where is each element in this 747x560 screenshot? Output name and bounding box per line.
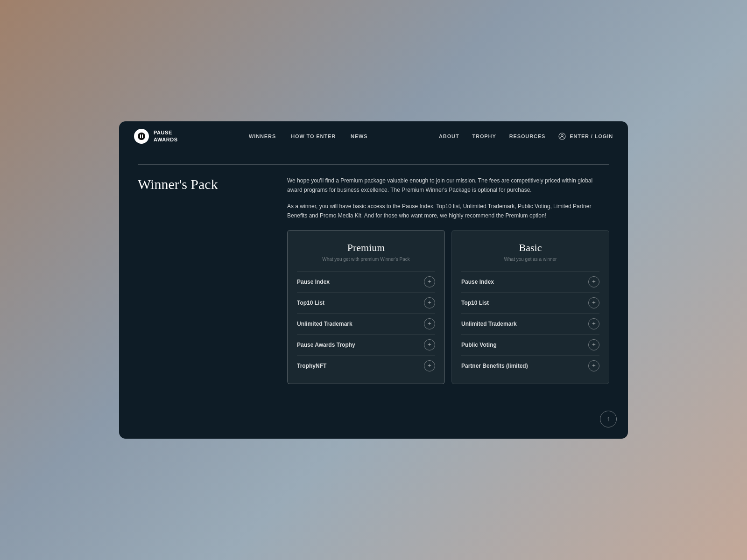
description-1: We hope you'll find a Premium package va…	[287, 176, 609, 195]
basic-top10-expand[interactable]: +	[588, 297, 599, 308]
main-grid: Winner's Pack We hope you'll find a Prem…	[138, 176, 609, 384]
basic-item-partner-benefits: Partner Benefits (limited) +	[461, 355, 599, 376]
basic-item-top10: Top10 List +	[461, 292, 599, 313]
premium-card-title: Premium	[297, 242, 435, 254]
nav-trophy[interactable]: TROPHY	[472, 133, 496, 139]
premium-top10-expand[interactable]: +	[424, 297, 435, 308]
premium-item-trophy: Pause Awards Trophy +	[297, 334, 435, 355]
basic-card-subtitle: What you get as a winner	[461, 257, 599, 262]
navbar: PAUSEAWARDS WINNERS HOW TO ENTER NEWS AB…	[119, 121, 628, 151]
nav-center: WINNERS HOW TO ENTER NEWS	[249, 133, 368, 139]
page-content: Winner's Pack We hope you'll find a Prem…	[119, 151, 628, 439]
premium-item-trademark: Unlimited Trademark +	[297, 313, 435, 334]
arrow-up-icon: ↑	[607, 415, 610, 423]
basic-public-voting-expand[interactable]: +	[588, 339, 599, 350]
logo-area: PAUSEAWARDS	[134, 129, 178, 144]
basic-trademark-expand[interactable]: +	[588, 318, 599, 329]
nav-how-to-enter[interactable]: HOW TO ENTER	[291, 133, 336, 139]
nav-about[interactable]: ABOUT	[439, 133, 459, 139]
basic-pause-index-expand[interactable]: +	[588, 276, 599, 287]
svg-rect-1	[140, 134, 141, 138]
basic-item-trademark: Unlimited Trademark +	[461, 313, 599, 334]
page-title: Winner's Pack	[138, 176, 268, 193]
premium-item-trophynft: TrophyNFT +	[297, 355, 435, 376]
logo-text: PAUSEAWARDS	[154, 129, 178, 143]
nav-winners[interactable]: WINNERS	[249, 133, 276, 139]
title-column: Winner's Pack	[138, 176, 268, 384]
right-column: We hope you'll find a Premium package va…	[287, 176, 609, 384]
basic-partner-benefits-expand[interactable]: +	[588, 360, 599, 371]
premium-card-subtitle: What you get with premium Winner's Pack	[297, 257, 435, 262]
scroll-to-top-button[interactable]: ↑	[600, 411, 617, 427]
premium-item-top10: Top10 List +	[297, 292, 435, 313]
premium-trophynft-expand[interactable]: +	[424, 360, 435, 371]
svg-point-4	[561, 134, 563, 136]
premium-item-pause-index: Pause Index +	[297, 271, 435, 292]
basic-card: Basic What you get as a winner Pause Ind…	[451, 230, 609, 384]
premium-trademark-expand[interactable]: +	[424, 318, 435, 329]
top-divider	[138, 164, 609, 165]
svg-point-0	[138, 133, 145, 140]
premium-trophy-expand[interactable]: +	[424, 339, 435, 350]
basic-item-pause-index: Pause Index +	[461, 271, 599, 292]
enter-login-button[interactable]: ENTER / LOGIN	[558, 133, 613, 140]
cards-row: Premium What you get with premium Winner…	[287, 230, 609, 384]
nav-news[interactable]: NEWS	[351, 133, 368, 139]
basic-card-title: Basic	[461, 242, 599, 254]
nav-right: ABOUT TROPHY RESOURCES ENTER / LOGIN	[439, 133, 613, 140]
app-window: PAUSEAWARDS WINNERS HOW TO ENTER NEWS AB…	[119, 121, 628, 439]
premium-card: Premium What you get with premium Winner…	[287, 230, 445, 384]
description-2: As a winner, you will have basic access …	[287, 202, 609, 221]
logo-icon	[134, 129, 149, 144]
svg-rect-2	[142, 134, 143, 138]
nav-resources[interactable]: RESOURCES	[509, 133, 546, 139]
premium-pause-index-expand[interactable]: +	[424, 276, 435, 287]
basic-item-public-voting: Public Voting +	[461, 334, 599, 355]
